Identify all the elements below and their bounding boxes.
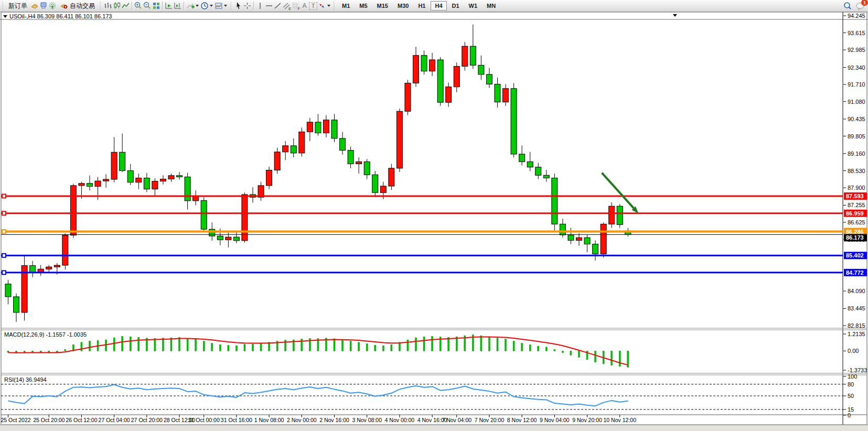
cursor-icon[interactable] — [234, 2, 243, 10]
candle-body — [315, 122, 321, 133]
crosshair-icon[interactable] — [243, 2, 252, 10]
hline-handle[interactable] — [2, 271, 6, 274]
market-watch-icon[interactable] — [39, 2, 48, 10]
indicators-icon[interactable] — [186, 2, 195, 10]
main-toolbar: 新订单 自动交易 — [0, 0, 868, 12]
candle-body — [299, 132, 305, 153]
svg-text:25 Oct 2022: 25 Oct 2022 — [1, 417, 30, 423]
text-icon[interactable]: A — [300, 2, 309, 10]
candle-body — [87, 184, 93, 187]
arrows-icon[interactable] — [317, 2, 326, 10]
svg-text:9 Nov 20:00: 9 Nov 20:00 — [572, 417, 602, 423]
svg-text:85.402: 85.402 — [846, 252, 864, 258]
svg-text:88.530: 88.530 — [848, 168, 865, 174]
chart-shift-icon[interactable] — [173, 2, 182, 10]
svg-text:100: 100 — [848, 373, 857, 380]
bar-chart-icon[interactable] — [103, 2, 112, 10]
candle-body — [307, 122, 313, 132]
candle-body — [340, 138, 346, 150]
candle-body — [201, 200, 207, 229]
svg-text:86.625: 86.625 — [848, 219, 865, 225]
candlestick-chart-icon[interactable] — [112, 2, 121, 10]
hline-handle[interactable] — [2, 254, 6, 257]
candle-body — [389, 168, 394, 186]
toolbar-separator — [253, 2, 254, 10]
candle-body — [535, 167, 541, 176]
tile-windows-icon[interactable] — [152, 2, 160, 10]
auto-trading-button[interactable]: 自动交易 — [57, 0, 98, 12]
candle-body — [111, 152, 117, 179]
zoom-out-icon[interactable] — [143, 2, 152, 10]
chat-icon[interactable]: 1 — [856, 2, 865, 10]
signal-icon[interactable] — [48, 2, 57, 10]
candle-body — [152, 181, 158, 189]
svg-text:8 Nov 12:00: 8 Nov 12:00 — [507, 417, 537, 423]
search-icon[interactable] — [843, 2, 852, 10]
candle-body — [168, 176, 174, 179]
zoom-in-icon[interactable] — [134, 2, 143, 10]
svg-text:10 Nov 12:00: 10 Nov 12:00 — [604, 417, 637, 423]
fibonacci-icon[interactable]: F — [291, 2, 300, 10]
vertical-line-icon[interactable] — [255, 2, 264, 10]
templates-icon[interactable] — [214, 2, 223, 10]
timeframe-mn[interactable]: MN — [483, 1, 500, 10]
arrows-dropdown-caret[interactable] — [327, 5, 330, 7]
line-chart-icon[interactable] — [121, 2, 130, 10]
indicators-dropdown-caret[interactable] — [196, 5, 199, 7]
rsi-label: RSI(14) 36.9494 — [4, 376, 47, 383]
timeframe-m15[interactable]: M15 — [373, 1, 392, 10]
candle-body — [454, 66, 459, 87]
new-chart-icon[interactable] — [30, 2, 39, 10]
svg-text:31 Oct 00:00: 31 Oct 00:00 — [188, 417, 220, 423]
svg-text:92.340: 92.340 — [848, 64, 865, 71]
periods-clock-icon[interactable] — [200, 2, 209, 10]
timeframe-d1[interactable]: D1 — [448, 1, 464, 10]
candle-body — [356, 161, 362, 164]
timeframe-h4[interactable]: H4 — [431, 1, 446, 10]
toolbar-grip — [99, 2, 102, 10]
svg-text:50: 50 — [848, 393, 854, 399]
candle-body — [233, 237, 239, 241]
candle-body — [46, 267, 52, 269]
timeframe-m1[interactable]: M1 — [338, 1, 354, 10]
timeframe-w1[interactable]: W1 — [465, 1, 482, 10]
candle-body — [437, 60, 443, 102]
price-badge-86.173: 86.173 — [844, 234, 867, 241]
svg-text:91.710: 91.710 — [848, 81, 865, 88]
price-badge-87.593: 87.593 — [844, 192, 867, 200]
svg-text:91.080: 91.080 — [848, 99, 865, 105]
chart-window-menu-icon[interactable] — [673, 14, 677, 17]
templates-dropdown-caret[interactable] — [224, 5, 227, 7]
toolbar-grip — [229, 2, 233, 10]
horizontal-line-icon[interactable] — [264, 2, 273, 10]
chart-canvas[interactable]: 94.24593.61592.98592.34091.71091.08090.4… — [0, 12, 868, 431]
svg-text:1.2135: 1.2135 — [848, 331, 865, 337]
hline-handle[interactable] — [2, 194, 6, 198]
candle-body — [609, 206, 615, 224]
periods-dropdown-caret[interactable] — [210, 5, 213, 7]
candle-body — [560, 224, 565, 235]
candle-body — [95, 181, 101, 186]
auto-scroll-icon[interactable] — [164, 2, 173, 10]
timeframe-m5[interactable]: M5 — [355, 1, 371, 10]
svg-text:3 Nov 08:00: 3 Nov 08:00 — [352, 417, 382, 423]
chart-title-text: USOil-,H4 86.309 86.411 86.101 86.173 — [9, 13, 112, 19]
hline-handle[interactable] — [2, 211, 6, 215]
svg-text:86.959: 86.959 — [846, 210, 864, 217]
text-label-icon[interactable]: T — [309, 2, 317, 10]
hline-handle[interactable] — [2, 230, 6, 233]
timeframe-h1[interactable]: H1 — [414, 1, 430, 10]
candle-body — [144, 178, 149, 189]
new-order-button[interactable]: 新订单 — [6, 0, 30, 12]
trendline-icon[interactable] — [273, 2, 282, 10]
svg-text:27 Oct 20:00: 27 Oct 20:00 — [131, 417, 163, 423]
candle-body — [430, 60, 435, 71]
channel-icon[interactable]: E — [282, 2, 291, 10]
timeframe-m30[interactable]: M30 — [393, 1, 413, 10]
svg-text:84.090: 84.090 — [848, 288, 865, 294]
candle-body — [160, 179, 166, 181]
candle-body — [478, 65, 484, 74]
svg-text:2 Nov 00:00: 2 Nov 00:00 — [287, 417, 317, 423]
toolbar-grip — [333, 2, 336, 10]
chart-title-collapse-icon[interactable] — [3, 15, 7, 18]
